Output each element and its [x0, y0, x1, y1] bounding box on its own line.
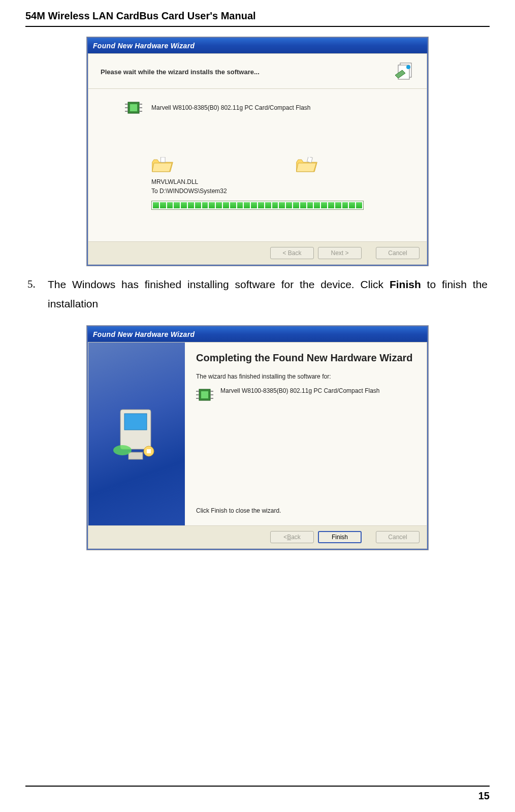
titlebar: Found New Hardware Wizard — [88, 327, 427, 342]
documents-icon — [393, 60, 416, 83]
svg-rect-11 — [161, 157, 165, 162]
svg-rect-15 — [128, 452, 143, 459]
svg-point-2 — [406, 65, 410, 69]
wizard-complete-dialog: Found New Hardware Wizard Completing the… — [25, 326, 490, 550]
close-hint: Click Finish to close the wizard. — [196, 507, 281, 514]
page-header: 54M Wireless LAN CardBus Card User's Man… — [25, 10, 490, 27]
wizard-body: Marvell W8100-8385(B0) 802.11g PC Card/C… — [88, 89, 427, 241]
folder-open-dest-icon — [296, 157, 318, 174]
folder-open-source-icon — [151, 157, 174, 174]
svg-rect-4 — [130, 104, 137, 111]
copying-file: MRVLWLAN.DLL — [151, 177, 414, 186]
device-name: Marvell W8100-8385(B0) 802.11g PC Card/C… — [220, 386, 379, 395]
wizard-install-dialog: Found New Hardware Wizard Please wait wh… — [25, 37, 490, 266]
next-button[interactable]: Next > — [318, 247, 362, 259]
device-name: Marvell W8100-8385(B0) 802.11g PC Card/C… — [151, 104, 310, 111]
copying-dest: To D:\WINDOWS\System32 — [151, 186, 414, 196]
device-row: Marvell W8100-8385(B0) 802.11g PC Card/C… — [196, 386, 415, 403]
cancel-button[interactable]: Cancel — [376, 531, 420, 543]
page-number: 15 — [478, 790, 490, 802]
wizard-subtitle-row: Please wait while the wizard installs th… — [88, 54, 427, 89]
svg-rect-12 — [307, 157, 313, 163]
device-row: Marvell W8100-8385(B0) 802.11g PC Card/C… — [125, 99, 414, 116]
wizard-side-graphic — [88, 342, 185, 525]
wizard-subtitle: Please wait while the wizard installs th… — [101, 68, 260, 76]
svg-rect-14 — [124, 414, 147, 430]
svg-point-16 — [113, 445, 132, 455]
chip-icon — [196, 386, 213, 403]
back-button[interactable]: < Back — [270, 531, 314, 543]
svg-rect-18 — [147, 449, 151, 453]
step-text: The Windows has finished installing soft… — [48, 275, 488, 314]
button-bar: < Back Next > Cancel — [88, 241, 427, 264]
titlebar: Found New Hardware Wizard — [88, 38, 427, 53]
finish-button[interactable]: Finish — [318, 531, 362, 543]
back-button[interactable]: < Back — [270, 247, 314, 259]
wizard-heading: Completing the Found New Hardware Wizard — [196, 351, 415, 365]
chip-icon — [125, 99, 142, 116]
button-bar: < Back Finish Cancel — [88, 525, 427, 548]
wizard-desc: The wizard has finished installing the s… — [196, 373, 415, 380]
svg-rect-20 — [201, 391, 208, 398]
footer-rule — [25, 786, 490, 787]
progress-bar — [151, 201, 364, 210]
step-number: 5. — [27, 275, 48, 314]
cancel-button[interactable]: Cancel — [376, 247, 420, 259]
instruction-step: 5. The Windows has finished installing s… — [27, 275, 488, 314]
